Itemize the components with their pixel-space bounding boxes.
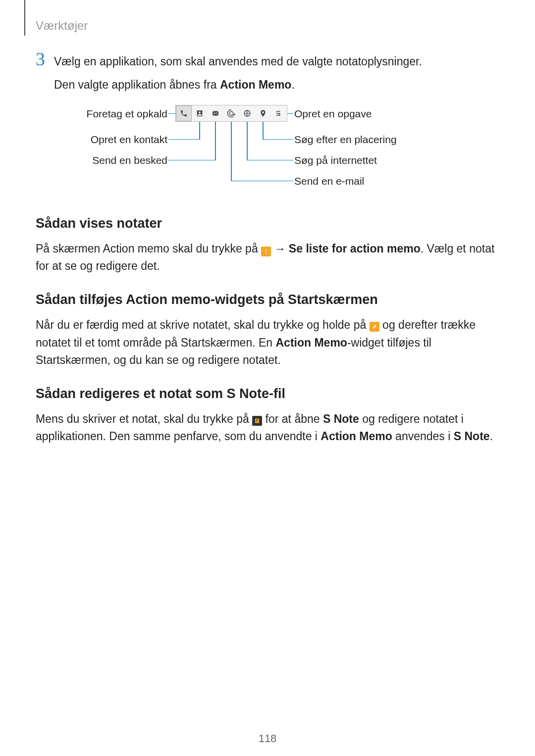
text: På skærmen Action memo skal du trykke på (36, 242, 261, 255)
email-icon (223, 105, 239, 121)
browser-icon (239, 105, 255, 121)
phone-icon (176, 105, 192, 121)
location-icon (255, 105, 271, 121)
svg-point-1 (199, 111, 201, 113)
page-number: 118 (0, 732, 535, 745)
heading-view-notes: Sådan vises notater (36, 216, 499, 231)
connector (168, 160, 215, 161)
heading-add-widgets: Sådan tilføjes Action memo-widgets på St… (36, 292, 499, 307)
action-memo-label: Action Memo (276, 336, 347, 349)
label-search-internet: Søg på internettet (294, 154, 377, 166)
para-edit-snote: Mens du skriver et notat, skal du trykke… (36, 410, 499, 446)
label-create-task: Opret en opgave (294, 108, 372, 120)
text: . (490, 430, 493, 443)
text: Mens du skriver et notat, skal du trykke… (36, 412, 252, 425)
text: Når du er færdig med at skrive notatet, … (36, 318, 370, 331)
para-add-widgets: Når du er færdig med at skrive notatet, … (36, 316, 499, 369)
connector (215, 122, 216, 160)
connector (263, 139, 293, 140)
step-line-2: Den valgte applikation åbnes fra Action … (54, 76, 499, 94)
connector (287, 113, 293, 114)
pin-icon (370, 322, 379, 332)
heading-edit-snote: Sådan redigeres et notat som S Note-fil (36, 386, 499, 402)
connector (168, 139, 199, 140)
breadcrumb: Værktøjer (36, 19, 88, 33)
menu-item-label: Se liste for action memo (289, 242, 421, 255)
step-3: 3 Vælg en applikation, som skal anvendes… (36, 50, 499, 94)
step-number: 3 (36, 50, 45, 68)
connector (231, 181, 293, 182)
connector (199, 122, 200, 140)
connector (168, 113, 175, 114)
connector (263, 122, 264, 140)
text: Den valgte applikation åbnes fra (54, 78, 220, 91)
connector (231, 122, 232, 181)
task-icon (271, 105, 287, 121)
action-memo-label: Action Memo (321, 430, 392, 443)
message-icon (208, 105, 223, 121)
label-send-email: Send en e-mail (294, 175, 364, 187)
action-memo-label: Action Memo (220, 78, 291, 91)
contact-icon (192, 105, 208, 121)
action-memo-toolbar-diagram: Foretag et opkald Opret en kontakt Send … (36, 105, 499, 199)
label-make-call: Foretag et opkald (87, 108, 167, 120)
connector (247, 122, 248, 160)
arrow: → (271, 242, 289, 255)
step-line-1: Vælg en applikation, som skal anvendes m… (54, 52, 499, 71)
connector (247, 160, 293, 161)
label-search-location: Søg efter en placering (294, 134, 397, 146)
more-options-icon: ⋮ (261, 247, 271, 256)
label-create-contact: Opret en kontakt (91, 134, 167, 146)
snote-label: S Note (454, 430, 490, 443)
action-memo-toolbar (175, 105, 287, 122)
page-margin-rule (24, 0, 25, 36)
snote-icon (252, 416, 262, 426)
text: . (291, 78, 294, 91)
text: anvendes i (392, 430, 454, 443)
para-view-notes: På skærmen Action memo skal du trykke på… (36, 240, 499, 275)
step-body: Vælg en applikation, som skal anvendes m… (54, 50, 499, 94)
label-send-message: Send en besked (92, 154, 167, 166)
text: for at åbne (262, 412, 323, 425)
page-content: 3 Vælg en applikation, som skal anvendes… (36, 50, 499, 450)
snote-label: S Note (323, 412, 359, 425)
